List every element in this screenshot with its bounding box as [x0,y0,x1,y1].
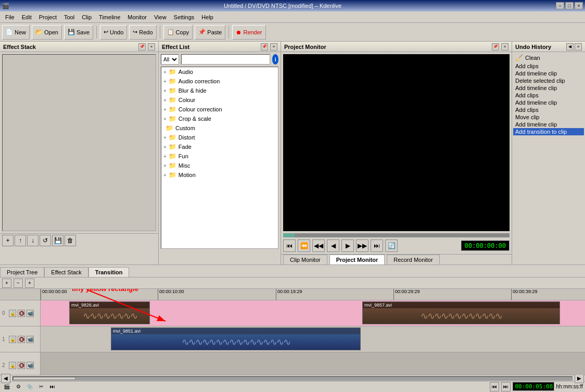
menu-settings[interactable]: Settings [171,13,198,21]
redo-button[interactable]: ↪ Redo [129,25,156,40]
es-delete-button[interactable]: 🗑 [65,235,76,246]
monitor-forward[interactable]: ▶▶ [356,239,368,252]
minimize-button[interactable]: − [556,2,564,9]
menu-project[interactable]: Project [36,13,60,21]
undo-close[interactable]: × [575,43,582,50]
render-button[interactable]: ⏺ Render [232,25,265,40]
undo-item-2[interactable]: Delete selected clip [513,77,584,84]
tl-zoom-out[interactable]: − [14,279,23,288]
tc-next-button[interactable]: ⏭ [501,382,511,391]
undo-item-clean[interactable]: 🧹 Clean [513,53,584,62]
paste-button[interactable]: 📌 Paste [195,25,225,40]
tree-item-distort[interactable]: + 📁 Distort [161,133,278,142]
menu-view[interactable]: View [151,13,170,21]
menu-clip[interactable]: Clip [79,13,95,21]
undo-item-4[interactable]: Add clips [513,92,584,99]
effect-list-pin[interactable]: 📌 [261,43,268,50]
tree-item-fade[interactable]: + 📁 Fade [161,142,278,151]
monitor-rewind-start[interactable]: ⏮ [283,239,296,252]
tree-item-custom[interactable]: 📁 Custom [161,123,278,133]
monitor-close[interactable]: × [501,43,508,50]
status-icon-3[interactable]: 📎 [25,382,34,391]
close-button[interactable]: × [575,2,583,9]
menu-file[interactable]: File [2,13,18,21]
track-type-1[interactable]: 📹 [27,336,34,343]
clip-mvi9826[interactable]: mvi_9826.avi ∿∿∿∿∿∿∿∿ [69,301,150,324]
effect-stack-pin[interactable]: 📌 [138,43,146,50]
es-save-button[interactable]: 💾 [52,235,63,246]
effect-info-button[interactable]: i [272,54,278,65]
tree-item-colour[interactable]: + 📁 Colour [161,95,278,105]
tab-clip-monitor[interactable]: Clip Monitor [283,255,327,264]
undo-item-8[interactable]: Add timeline clip [513,121,584,128]
monitor-prev-frame[interactable]: ⏪ [298,239,310,252]
monitor-play[interactable]: ▶ [341,239,354,252]
effect-stack-close[interactable]: × [148,43,155,50]
undo-item-9[interactable]: Add transition to clip [513,128,584,135]
tree-item-fun[interactable]: + 📁 Fun [161,151,278,161]
track-lock-1[interactable]: 🔒 [9,336,16,343]
menu-edit[interactable]: Edit [19,13,35,21]
effect-filter-select[interactable]: All [161,54,179,65]
tl-add-track[interactable]: + [2,279,11,288]
new-button[interactable]: 📄 New [2,25,30,40]
status-icon-2[interactable]: ⚙ [14,382,23,391]
maximize-button[interactable]: □ [565,2,574,9]
tree-item-colour-correction[interactable]: + 📁 Colour correction [161,105,278,114]
monitor-progress-bar[interactable] [283,233,510,237]
undo-pin[interactable]: ◀ [566,43,574,50]
undo-item-1[interactable]: Add timeline clip [513,70,584,77]
scroll-thumb[interactable] [13,377,75,380]
undo-item-7[interactable]: Move clip [513,113,584,121]
tree-item-audio-correction[interactable]: + 📁 Audio correction [161,77,278,86]
clip-mvi9857[interactable]: mvi_9857.avi ∿∿∿∿∿∿∿∿∿∿∿∿ [362,301,560,324]
tl-zoom-in[interactable]: + [25,279,34,288]
es-add-button[interactable]: + [2,235,14,246]
track-lock-0[interactable]: 🔒 [9,310,16,317]
status-icon-4[interactable]: ✂ [36,382,46,391]
tab-project-tree[interactable]: Project Tree [0,267,44,277]
menu-monitor[interactable]: Monitor [124,13,150,21]
monitor-pin[interactable]: 📌 [492,43,499,50]
tree-item-blur[interactable]: + 📁 Blur & hide [161,86,278,95]
track-type-2[interactable]: 📹 [27,362,34,369]
scroll-track[interactable] [12,376,573,381]
open-button[interactable]: 📂 Open [32,25,62,40]
menu-help[interactable]: Help [198,13,217,21]
tab-record-monitor[interactable]: Record Monitor [387,255,439,264]
menu-tool[interactable]: Tool [61,13,78,21]
undo-item-6[interactable]: Add clips [513,106,584,113]
monitor-rewind[interactable]: ◀◀ [312,239,325,252]
copy-button[interactable]: 📋 Copy [163,25,193,40]
undo-item-0[interactable]: Add clips [513,62,584,70]
tree-item-misc[interactable]: + 📁 Misc [161,161,278,170]
monitor-back-frame[interactable]: ◀ [327,239,339,252]
tab-effect-stack[interactable]: Effect Stack [44,267,88,277]
tab-transition[interactable]: Transition [88,267,130,277]
undo-button[interactable]: ↩ Undo [100,25,127,40]
effect-list-close[interactable]: × [270,43,277,50]
tab-project-monitor[interactable]: Project Monitor [329,255,385,264]
status-icon-5[interactable]: ⏭ [48,382,57,391]
es-down-button[interactable]: ↓ [27,235,39,246]
track-type-0[interactable]: 📹 [27,310,34,317]
effect-search-input[interactable] [181,54,270,65]
save-button[interactable]: 💾 Save [64,25,93,40]
timeline-scrollbar[interactable]: ◀ ▶ [0,375,585,381]
undo-item-3[interactable]: Add timeline clip [513,84,584,92]
track-mute-1[interactable]: 🔇 [18,336,25,343]
monitor-fast-forward[interactable]: ⏭ [371,239,383,252]
menu-timeline[interactable]: Timeline [96,13,123,21]
timecode-input[interactable]: 00:00:05:08 [513,382,554,391]
track-lock-2[interactable]: 🔒 [9,362,16,369]
track-mute-2[interactable]: 🔇 [18,362,25,369]
es-reset-button[interactable]: ↺ [40,235,51,246]
track-mute-0[interactable]: 🔇 [18,310,25,317]
tc-prev-button[interactable]: ⏮ [490,382,499,391]
tree-item-crop[interactable]: + 📁 Crop & scale [161,114,278,123]
clip-mvi9851[interactable]: mvi_9851.avi ∿∿∿∿∿∿∿∿∿∿∿∿∿∿∿∿ [111,327,361,350]
tree-item-motion[interactable]: + 📁 Motion [161,170,278,180]
status-icon-1[interactable]: 🎬 [2,382,11,391]
es-up-button[interactable]: ↑ [15,235,26,246]
tree-item-audio[interactable]: + 📁 Audio [161,67,278,77]
